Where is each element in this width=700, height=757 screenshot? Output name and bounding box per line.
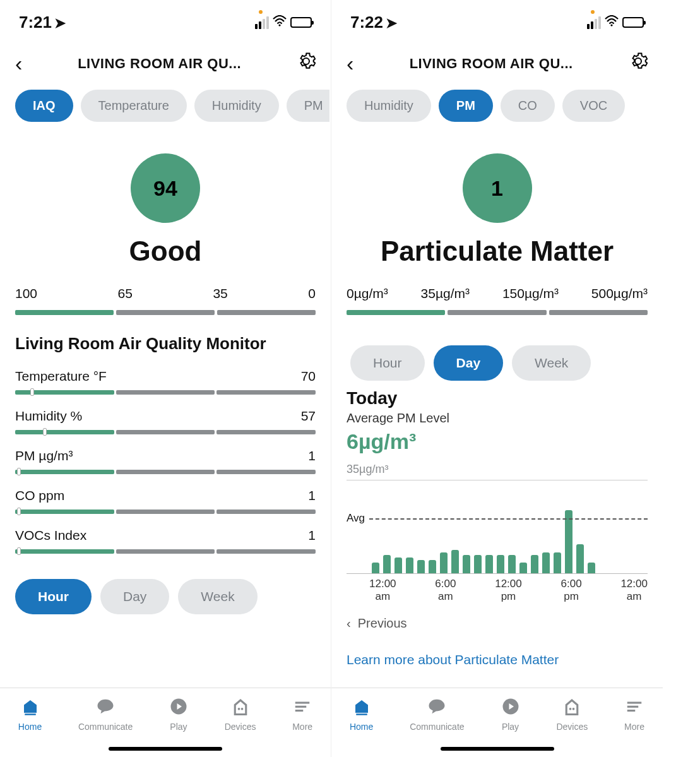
tab-co[interactable]: CO	[501, 90, 555, 122]
svg-point-5	[240, 708, 243, 710]
nav-more[interactable]: More	[624, 697, 644, 732]
xaxis-tick: 12:00pm	[495, 578, 522, 604]
xaxis-tick: 12:00am	[369, 578, 396, 604]
nav-devices[interactable]: Devices	[225, 697, 256, 732]
communicate-icon	[96, 697, 115, 718]
metric-label: Humidity %	[15, 408, 82, 424]
metric-value: 1	[308, 448, 316, 463]
time-tab-hour[interactable]: Hour	[350, 345, 425, 381]
metric-label: CO ppm	[15, 488, 64, 503]
tab-humidity[interactable]: Humidity	[347, 90, 431, 122]
metric-value: 1	[308, 528, 316, 543]
metric-label: PM µg/m³	[15, 448, 73, 463]
gear-icon[interactable]	[297, 52, 316, 75]
chart-bar	[531, 555, 538, 573]
scale-bar	[15, 310, 316, 315]
nav-communicate[interactable]: Communicate	[410, 697, 464, 732]
previous-label: Previous	[358, 616, 407, 630]
tab-voc[interactable]: VOC	[562, 90, 625, 122]
svg-rect-15	[627, 702, 642, 704]
battery-icon	[290, 17, 312, 28]
wifi-icon	[605, 15, 619, 30]
chart-bar	[554, 552, 561, 573]
tab-humidity[interactable]: Humidity	[194, 90, 279, 122]
gear-icon[interactable]	[629, 52, 648, 75]
tab-temperature[interactable]: Temperature	[81, 90, 187, 122]
tab-pm[interactable]: PM	[439, 90, 493, 122]
metric-label: Temperature °F	[15, 369, 107, 384]
home-indicator	[109, 747, 222, 751]
svg-rect-16	[627, 706, 639, 708]
chart-bar	[451, 550, 459, 574]
play-icon	[169, 697, 188, 718]
tab-iaq[interactable]: IAQ	[15, 90, 73, 122]
status-time: 7:22	[350, 13, 383, 32]
time-tab-day[interactable]: Day	[100, 579, 169, 614]
more-icon	[625, 697, 644, 718]
nav-label: More	[624, 722, 644, 732]
nav-play[interactable]: Play	[501, 697, 520, 732]
chart-bar	[508, 555, 516, 573]
screen-iaq: 7:21➤ ‹ LIVING ROOM AIR QU... IAQTempera…	[0, 0, 331, 757]
previous-button[interactable]: ‹ Previous	[331, 604, 663, 643]
svg-rect-8	[295, 710, 304, 712]
scale-tick: 35µg/m³	[421, 286, 470, 301]
scale-tick: 65	[118, 286, 133, 301]
chart-bar	[485, 555, 493, 573]
devices-icon	[562, 697, 581, 718]
score-value: 94	[153, 176, 177, 201]
scale-tick: 0µg/m³	[347, 286, 388, 301]
device-title: Living Room Air Quality Monitor	[0, 334, 331, 369]
nav-devices[interactable]: Devices	[556, 697, 588, 732]
tab-pm[interactable]: PM	[287, 90, 329, 122]
metric-value: 57	[301, 408, 316, 424]
location-icon: ➤	[54, 15, 66, 31]
score-circle: 94	[131, 153, 200, 223]
learn-more-link[interactable]: Learn more about Particulate Matter	[331, 643, 663, 667]
metric-row: Humidity %57	[0, 408, 331, 448]
metric-label: VOCs Index	[15, 528, 86, 543]
scale-tick: 100	[15, 286, 37, 301]
nav-home[interactable]: Home	[350, 697, 373, 732]
svg-rect-1	[25, 713, 36, 715]
score-circle: 1	[463, 153, 532, 223]
svg-point-14	[572, 708, 575, 710]
avg-line	[369, 518, 648, 520]
back-button[interactable]: ‹	[15, 51, 22, 76]
signal-icon	[255, 16, 269, 29]
chart-bar	[463, 555, 470, 573]
metric-bar	[15, 430, 316, 434]
chart-bar	[497, 555, 504, 573]
back-button[interactable]: ‹	[347, 51, 353, 76]
chart-bar	[565, 510, 572, 573]
scale-tick: 150µg/m³	[502, 286, 559, 301]
nav-communicate[interactable]: Communicate	[78, 697, 133, 732]
metric-row: VOCs Index1	[0, 528, 331, 568]
chart-bar	[474, 555, 482, 573]
today-title: Today	[347, 388, 648, 408]
time-tab-hour[interactable]: Hour	[15, 579, 92, 614]
nav-label: Home	[18, 722, 42, 732]
chart-bar	[372, 563, 379, 573]
scale-tick: 35	[213, 286, 227, 301]
nav-label: Communicate	[78, 722, 133, 732]
score-label: Good	[0, 235, 331, 267]
nav-home[interactable]: Home	[18, 697, 42, 732]
wifi-icon	[273, 15, 287, 30]
chart-bar	[588, 563, 595, 573]
xaxis-tick: 12:00am	[620, 578, 648, 604]
time-tab-day[interactable]: Day	[434, 345, 504, 381]
chart-bar	[576, 544, 584, 573]
screen-pm: 7:22➤ ‹ LIVING ROOM AIR QU... HumidityPM…	[331, 0, 663, 757]
today-ref: 35µg/m³	[347, 463, 648, 480]
page-title: LIVING ROOM AIR QU...	[353, 56, 629, 72]
metric-value: 70	[301, 369, 316, 384]
metric-row: Temperature °F70	[0, 369, 331, 408]
nav-play[interactable]: Play	[169, 697, 188, 732]
status-time: 7:21	[19, 13, 52, 32]
chart-bar	[394, 557, 402, 573]
chart-bar	[519, 563, 527, 573]
nav-more[interactable]: More	[292, 697, 312, 732]
time-tab-week[interactable]: Week	[512, 345, 591, 381]
time-tab-week[interactable]: Week	[178, 579, 257, 614]
